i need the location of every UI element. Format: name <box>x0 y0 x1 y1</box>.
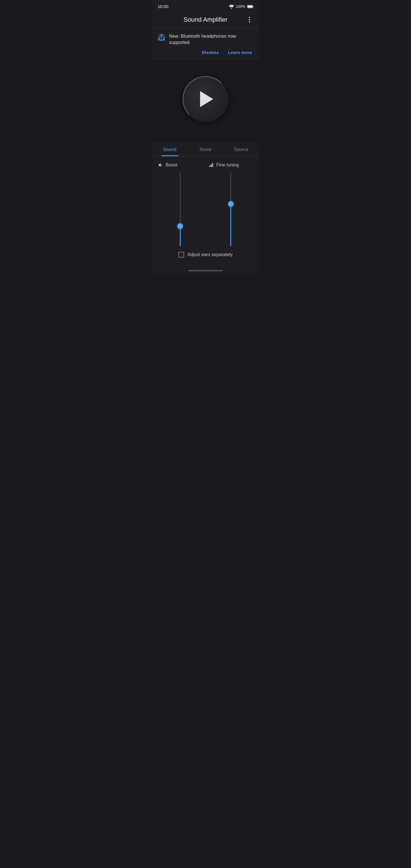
svg-rect-2 <box>253 6 253 7</box>
battery-percentage: 100% <box>236 4 245 8</box>
adjust-ears-label: Adjust ears separately <box>188 252 232 257</box>
boost-slider-fill <box>180 227 181 246</box>
adjust-ears-row: Adjust ears separately <box>158 252 253 257</box>
page-title: Sound Amplifier <box>166 16 246 23</box>
svg-rect-3 <box>248 5 252 7</box>
boost-column: Boost <box>158 162 203 246</box>
menu-dot <box>249 19 250 20</box>
tab-sound[interactable]: Sound <box>152 142 188 156</box>
svg-point-4 <box>161 38 162 39</box>
tab-noise[interactable]: Noise <box>188 142 223 156</box>
notification-actions: Dismiss Learn more <box>158 50 253 55</box>
adjust-ears-checkbox[interactable] <box>179 252 184 257</box>
svg-rect-8 <box>211 164 212 167</box>
tab-bar: Sound Noise Source <box>152 142 259 156</box>
boost-slider-container <box>158 172 203 246</box>
bar-chart-icon <box>208 162 214 168</box>
notification-badge-icon <box>158 34 165 41</box>
notification-banner: New: Bluetooth headphones now supported … <box>152 28 259 59</box>
tab-source[interactable]: Source <box>223 142 259 156</box>
menu-dot <box>249 22 250 23</box>
play-icon <box>200 91 213 107</box>
sliders-row: Boost Fine tuning <box>158 162 253 246</box>
menu-dot <box>249 17 250 18</box>
home-bar <box>188 270 223 271</box>
more-options-button[interactable] <box>246 16 253 24</box>
fine-tuning-label-row: Fine tuning <box>208 162 239 168</box>
sound-controls-panel: Boost Fine tuning <box>152 156 259 266</box>
fine-tuning-slider-thumb[interactable] <box>228 201 234 207</box>
svg-point-0 <box>231 8 232 8</box>
boost-label-row: Boost <box>158 162 178 168</box>
fine-tuning-slider-container <box>208 172 253 246</box>
boost-label: Boost <box>166 162 178 167</box>
status-bar: 10:00 100% <box>152 0 259 12</box>
status-time: 10:00 <box>158 4 169 9</box>
battery-icon <box>247 5 253 8</box>
fine-tuning-slider-fill <box>230 205 231 246</box>
fine-tuning-slider-track <box>230 172 231 246</box>
fine-tuning-label: Fine tuning <box>216 162 239 167</box>
home-indicator <box>152 266 259 274</box>
fine-tuning-slider[interactable] <box>230 172 231 246</box>
boost-slider-thumb[interactable] <box>177 223 183 229</box>
play-button[interactable] <box>183 76 228 122</box>
wifi-icon <box>229 5 234 8</box>
learn-more-button[interactable]: Learn more <box>228 50 252 55</box>
play-area <box>152 59 259 142</box>
speaker-icon <box>158 162 163 168</box>
dismiss-button[interactable]: Dismiss <box>202 50 219 55</box>
notification-row: New: Bluetooth headphones now supported <box>158 33 253 46</box>
svg-rect-7 <box>209 165 210 167</box>
svg-rect-9 <box>212 163 213 167</box>
boost-slider[interactable] <box>180 172 181 246</box>
boost-slider-track <box>180 172 181 246</box>
notification-text: New: Bluetooth headphones now supported <box>169 33 253 46</box>
fine-tuning-column: Fine tuning <box>208 162 253 246</box>
app-header: Sound Amplifier <box>152 12 259 28</box>
status-icons: 100% <box>229 4 253 8</box>
